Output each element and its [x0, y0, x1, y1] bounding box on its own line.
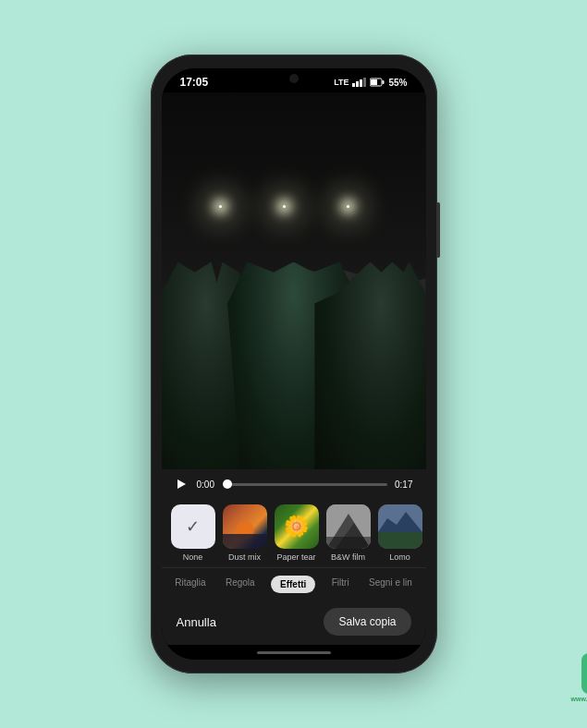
effect-label-lomo: Lomo	[389, 552, 410, 562]
battery-percent: 55%	[388, 78, 407, 88]
concert-scene	[162, 92, 426, 469]
play-icon	[177, 479, 186, 489]
tuttandroid-logo: www.tuttandroid.net	[571, 653, 587, 702]
tab-segni[interactable]: Segni e lin	[365, 576, 416, 593]
cancel-button[interactable]: Annulla	[177, 615, 216, 629]
effect-none[interactable]: ✓ None	[171, 504, 215, 562]
battery-icon	[370, 78, 385, 87]
mountain-icon	[326, 504, 371, 549]
stage-lights	[162, 205, 426, 208]
effect-thumb-lomo	[378, 504, 422, 549]
tab-filtri[interactable]: Filtri	[328, 576, 353, 593]
daffodil-icon: 🌼	[284, 515, 309, 539]
signal-bar-1	[352, 83, 355, 87]
save-copy-button[interactable]: Salva copia	[324, 608, 410, 636]
effect-label-bw: B&W film	[331, 552, 365, 562]
time-total: 0:17	[395, 479, 412, 490]
time-current: 0:00	[197, 479, 220, 490]
signal-bar-3	[360, 79, 362, 87]
effect-label-none: None	[183, 552, 203, 562]
audience-front	[162, 262, 426, 469]
action-bar: Annulla Salva copia	[162, 601, 426, 645]
effect-thumb-dust	[223, 504, 267, 549]
signal-bar-4	[363, 78, 366, 87]
effect-thumb-bw	[326, 504, 371, 549]
effect-thumb-none: ✓	[171, 504, 215, 549]
logo-site-text: www.tuttandroid.net	[571, 696, 587, 702]
light-1	[219, 205, 222, 208]
svg-rect-11	[378, 532, 422, 549]
video-player[interactable]	[162, 92, 426, 469]
status-right: LTE 55%	[334, 78, 407, 88]
home-indicator	[162, 645, 426, 660]
camera-notch	[289, 74, 299, 83]
home-bar	[257, 651, 331, 654]
signal-bar-2	[356, 81, 359, 87]
bottom-tabs: Ritaglia Regola Effetti Filtri Segni e l…	[162, 567, 426, 601]
effects-strip: ✓ None Dust mix 🌼 Paper tear	[162, 499, 426, 567]
light-3	[347, 205, 349, 208]
light-2	[283, 205, 286, 208]
landscape-icon	[378, 504, 422, 549]
tab-regola[interactable]: Regola	[222, 576, 259, 593]
lte-indicator: LTE	[334, 78, 349, 87]
svg-rect-4	[223, 534, 267, 549]
status-bar: 17:05 LTE 55%	[162, 68, 426, 92]
effect-lomo[interactable]: Lomo	[378, 504, 422, 562]
sunset-icon	[223, 504, 267, 549]
effect-paper-tear[interactable]: 🌼 Paper tear	[275, 504, 319, 562]
status-time: 17:05	[180, 76, 209, 89]
side-button[interactable]	[436, 202, 440, 258]
svg-rect-1	[383, 80, 385, 84]
logo-icon	[581, 653, 587, 694]
playback-bar: 0:00 0:17	[162, 469, 426, 499]
phone-screen: 17:05 LTE 55%	[162, 68, 426, 660]
signal-bars	[352, 78, 366, 87]
svg-rect-8	[326, 537, 371, 549]
progress-bar[interactable]	[227, 483, 388, 486]
check-icon: ✓	[186, 516, 200, 537]
progress-thumb[interactable]	[223, 479, 232, 489]
effect-dust-mix[interactable]: Dust mix	[223, 504, 267, 562]
effect-label-dust: Dust mix	[228, 552, 261, 562]
tab-ritaglia[interactable]: Ritaglia	[171, 576, 209, 593]
effect-label-paper: Paper tear	[276, 552, 315, 562]
svg-rect-2	[371, 79, 377, 85]
phone-frame: 17:05 LTE 55%	[151, 55, 437, 673]
effect-bw-film[interactable]: B&W film	[326, 504, 371, 562]
tab-effetti[interactable]: Effetti	[271, 576, 315, 593]
play-button[interactable]	[175, 477, 190, 491]
effect-thumb-paper: 🌼	[275, 504, 319, 549]
